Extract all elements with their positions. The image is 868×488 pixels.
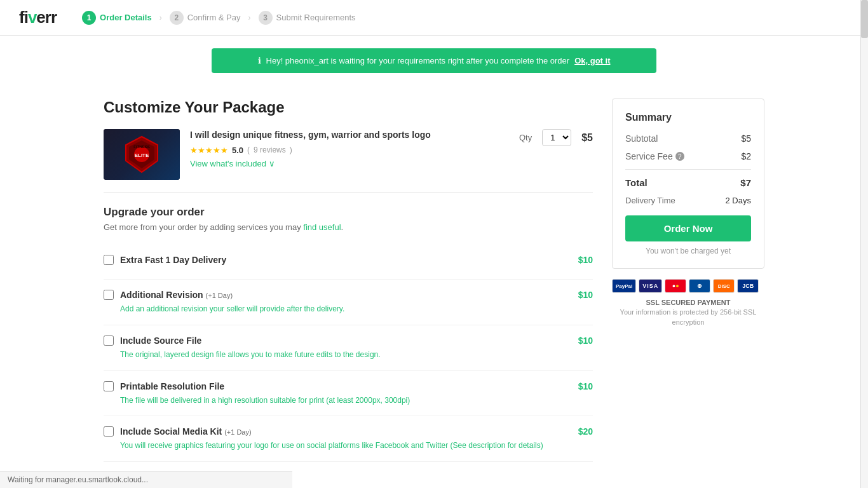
upgrade-price-3: $10 xyxy=(578,381,593,391)
product-qty-container: Qty 1 2 3 $5 xyxy=(519,129,593,146)
subtotal-label: Subtotal xyxy=(625,133,658,144)
step-2-number: 2 xyxy=(170,11,184,25)
service-fee-info-icon[interactable]: ? xyxy=(675,152,684,161)
upgrade-name-1: Additional Revision (+1 Day) xyxy=(120,290,572,300)
service-fee-row: Service Fee ? $2 xyxy=(625,151,751,161)
reviews-close: ) xyxy=(290,146,292,154)
paypal-icon: PayPal xyxy=(612,279,636,293)
alert-icon: ℹ xyxy=(258,56,261,65)
upgrade-price-0: $10 xyxy=(578,255,593,265)
subtotal-row: Subtotal $5 xyxy=(625,133,751,144)
total-value: $7 xyxy=(740,177,751,188)
no-charge-text: You won't be charged yet xyxy=(625,247,751,255)
upgrade-subtitle-link[interactable]: find useful xyxy=(303,222,341,232)
upgrade-item-3-header: Printable Resolution File $10 xyxy=(104,381,593,391)
delivery-label: Delivery Time xyxy=(625,196,675,205)
upgrade-item-0-header: Extra Fast 1 Day Delivery $10 xyxy=(104,255,593,265)
summary-divider xyxy=(625,169,751,170)
diners-icon: ⊕ xyxy=(689,279,710,293)
qty-label: Qty xyxy=(519,133,532,142)
upgrade-desc-3: The file will be delivered in a high res… xyxy=(120,395,593,406)
upgrade-desc-4: You will receive graphics featuring your… xyxy=(120,440,593,451)
upgrade-checkbox-0[interactable] xyxy=(104,255,114,265)
upgrade-section: Upgrade your order Get more from your or… xyxy=(104,206,593,462)
right-column: Summary Subtotal $5 Service Fee ? $2 Tot… xyxy=(612,98,764,462)
upgrade-item-1-header: Additional Revision (+1 Day) $10 xyxy=(104,290,593,300)
view-included-link[interactable]: View what's included ∨ xyxy=(190,159,275,168)
product-price: $5 xyxy=(581,132,593,144)
scrollbar-thumb[interactable] xyxy=(861,0,868,38)
upgrade-price-4: $20 xyxy=(578,426,593,437)
upgrade-price-1: $10 xyxy=(578,290,593,300)
reviews-text: 9 reviews xyxy=(254,146,286,154)
product-image: ELITE FITNESS xyxy=(104,129,180,180)
upgrade-item-0: Extra Fast 1 Day Delivery $10 xyxy=(104,245,593,280)
alert-message: Hey! pheonix_art is waiting for your req… xyxy=(266,56,570,65)
upgrade-name-3: Printable Resolution File xyxy=(120,381,572,391)
step-1-label: Order Details xyxy=(100,13,152,22)
upgrade-title: Upgrade your order xyxy=(104,206,593,219)
total-row: Total $7 xyxy=(625,177,751,188)
step-3: 3 Submit Requirements xyxy=(259,11,356,25)
qty-select[interactable]: 1 2 3 xyxy=(542,129,571,146)
step-2: 2 Confirm & Pay xyxy=(170,11,241,25)
step-1: 1 Order Details xyxy=(82,11,152,25)
upgrade-tag-1: (+1 Day) xyxy=(206,292,233,299)
upgrade-checkbox-3[interactable] xyxy=(104,381,114,391)
delivery-row: Delivery Time 2 Days xyxy=(625,196,751,205)
jcb-icon: JCB xyxy=(737,279,759,293)
step-arrow-2: › xyxy=(248,13,251,22)
reviews-count: ( xyxy=(247,146,250,154)
upgrade-price-2: $10 xyxy=(578,336,593,346)
summary-box: Summary Subtotal $5 Service Fee ? $2 Tot… xyxy=(612,98,764,269)
upgrade-desc-1: Add an additional revision your seller w… xyxy=(120,304,593,315)
svg-text:ELITE: ELITE xyxy=(135,152,149,158)
product-card: ELITE FITNESS I will design unique fitne… xyxy=(104,129,593,193)
service-fee-label: Service Fee ? xyxy=(625,151,684,161)
product-image-placeholder: ELITE FITNESS xyxy=(104,129,180,180)
mastercard-icon: ●● xyxy=(665,279,686,293)
logo: fiverr xyxy=(19,8,57,27)
total-label: Total xyxy=(625,177,648,188)
subtotal-value: $5 xyxy=(741,133,751,144)
left-column: Customize Your Package ELITE FITNESS I w… xyxy=(104,98,593,462)
payment-icons: PayPal VISA ●● ⊕ DISC JCB xyxy=(612,279,764,293)
upgrade-desc-2: The original, layered design file allows… xyxy=(120,349,593,360)
step-3-number: 3 xyxy=(259,11,273,25)
breadcrumb-steps: 1 Order Details › 2 Confirm & Pay › 3 Su… xyxy=(82,11,355,25)
scrollbar[interactable] xyxy=(860,0,868,475)
product-title: I will design unique fitness, gym, warri… xyxy=(190,129,509,142)
upgrade-item-3: Printable Resolution File $10 The file w… xyxy=(104,371,593,417)
header: fiverr 1 Order Details › 2 Confirm & Pay… xyxy=(0,0,868,36)
ssl-title: SSL SECURED PAYMENT xyxy=(612,298,764,308)
ssl-text: SSL SECURED PAYMENT Your information is … xyxy=(612,298,764,327)
upgrade-item-2-header: Include Source File $10 xyxy=(104,336,593,346)
alert-dismiss-link[interactable]: Ok, got it xyxy=(574,56,610,65)
upgrade-item-4-header: Include Social Media Kit (+1 Day) $20 xyxy=(104,426,593,437)
order-now-button[interactable]: Order Now xyxy=(625,215,751,241)
upgrade-checkbox-4[interactable] xyxy=(104,426,114,437)
delivery-value: 2 Days xyxy=(726,196,751,205)
step-arrow-1: › xyxy=(159,13,162,22)
ssl-desc: Your information is protected by 256-bit… xyxy=(620,308,757,325)
upgrade-item-1: Additional Revision (+1 Day) $10 Add an … xyxy=(104,280,593,325)
rating-value: 5.0 xyxy=(232,146,243,155)
upgrade-item-4: Include Social Media Kit (+1 Day) $20 Yo… xyxy=(104,416,593,462)
upgrade-name-4: Include Social Media Kit (+1 Day) xyxy=(120,426,572,437)
upgrade-checkbox-2[interactable] xyxy=(104,336,114,346)
upgrade-subtitle: Get more from your order by adding servi… xyxy=(104,222,593,232)
step-2-label: Confirm & Pay xyxy=(187,13,241,22)
status-bar: Waiting for manager.eu.smartlook.cloud..… xyxy=(0,471,292,475)
upgrade-name-2: Include Source File xyxy=(120,336,572,346)
upgrade-checkbox-1[interactable] xyxy=(104,290,114,300)
summary-title: Summary xyxy=(625,112,751,123)
upgrade-tag-4: (+1 Day) xyxy=(224,428,252,436)
alert-banner: ℹ Hey! pheonix_art is waiting for your r… xyxy=(212,48,656,73)
page-title: Customize Your Package xyxy=(104,98,593,116)
step-3-label: Submit Requirements xyxy=(276,13,356,22)
visa-icon: VISA xyxy=(639,279,662,293)
product-logo-svg: ELITE FITNESS xyxy=(123,135,161,173)
main-container: Customize Your Package ELITE FITNESS I w… xyxy=(85,86,783,475)
upgrade-name-0: Extra Fast 1 Day Delivery xyxy=(120,255,572,265)
service-fee-value: $2 xyxy=(741,151,751,161)
